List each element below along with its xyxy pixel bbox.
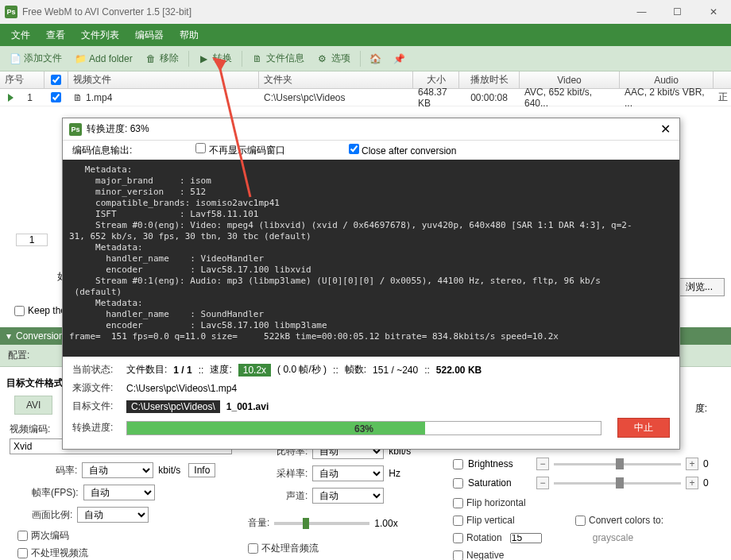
home-button[interactable]: 🏠 [366, 50, 386, 68]
channel-select[interactable]: 自动 [312, 488, 384, 504]
fps-label: 帧率(FPS): [32, 486, 79, 500]
saturation-checkbox[interactable] [453, 478, 463, 489]
col-duration[interactable]: 播放时长 [459, 71, 520, 88]
browse-button[interactable]: 浏览... [674, 278, 725, 296]
window-title: Free WebM to AVI Converter 1.5 [32-bit] [22, 6, 191, 17]
rotation-input[interactable] [510, 533, 542, 543]
brightness-checkbox[interactable] [453, 459, 463, 469]
app-icon: Ps [5, 6, 17, 18]
video-encode-label: 视频编码: [10, 423, 50, 436]
progress-percent: 63% [354, 422, 373, 436]
flip-h-checkbox[interactable] [453, 498, 463, 508]
samplerate-select[interactable]: 自动 [312, 465, 384, 481]
info-icon: 🗎 [252, 53, 263, 64]
plus-button[interactable]: + [686, 477, 698, 489]
row-size: 648.37 KB [413, 89, 459, 106]
aspect-label: 画面比例: [32, 508, 72, 522]
remove-icon: 🗑 [145, 53, 157, 64]
config-label: 配置: [8, 349, 29, 362]
dialog-titlebar: Ps 转换进度: 63% ✕ [63, 118, 679, 141]
home-icon: 🏠 [370, 53, 381, 64]
add-folder-button[interactable]: 📁Add folder [70, 50, 137, 68]
add-file-button[interactable]: 📄添加文件 [5, 48, 67, 68]
plus-button[interactable]: + [686, 458, 698, 470]
col-video-file[interactable]: 视频文件 [68, 71, 259, 88]
no-show-checkbox-row[interactable]: 不再显示编码窗口 [195, 143, 284, 157]
close-after-checkbox-row[interactable]: Close after conversion [349, 144, 457, 156]
dialog-title: 转换进度: 63% [87, 122, 149, 136]
menu-encoder[interactable]: 编码器 [127, 24, 172, 46]
row-audio: AAC, 2 kbit/s VBR, ... [620, 89, 714, 106]
pin-button[interactable]: 📌 [389, 50, 410, 68]
play-icon: ▶ [199, 53, 210, 64]
col-folder[interactable]: 文件夹 [259, 71, 413, 88]
volume-slider[interactable] [274, 522, 369, 525]
minus-button[interactable]: − [536, 477, 549, 489]
target-file-label: 目标文件: [72, 400, 120, 413]
encode-output-label: 编码信息输出: [72, 144, 132, 157]
fps-select[interactable]: 自动 [83, 485, 155, 500]
frame-count: 151 / ~240 [373, 365, 418, 376]
maximize-button[interactable]: ☐ [659, 0, 695, 24]
keep-checkbox-row[interactable]: Keep the [14, 305, 66, 316]
minus-button[interactable]: − [536, 458, 549, 470]
menu-view[interactable]: 查看 [38, 24, 73, 46]
two-pass-checkbox[interactable] [17, 531, 28, 541]
no-video-checkbox[interactable] [17, 548, 28, 558]
bitrate-select[interactable]: 自动 [82, 462, 153, 478]
avi-tab[interactable]: AVI [14, 396, 52, 415]
file-table-header: 序号 视频文件 文件夹 大小 播放时长 Video Audio [0, 71, 731, 89]
output-size: 522.00 KB [436, 365, 482, 376]
row-seq: 1 [16, 89, 44, 106]
row-end: 正 [714, 89, 729, 106]
source-file-path: C:\Users\pc\Videos\1.mp4 [126, 383, 237, 394]
info-button[interactable]: Info [188, 463, 215, 477]
bitrate-label: 码率: [56, 464, 77, 477]
col-check[interactable] [44, 71, 68, 88]
menu-file-list[interactable]: 文件列表 [73, 24, 127, 46]
rotation-checkbox[interactable] [453, 533, 463, 543]
options-button[interactable]: ⚙选项 [312, 48, 355, 68]
menu-help[interactable]: 帮助 [172, 24, 207, 46]
minimize-button[interactable]: — [624, 0, 659, 24]
row-play-icon [8, 94, 14, 102]
add-folder-icon: 📁 [75, 53, 86, 64]
encode-console: Metadata: major_brand : isom minor_versi… [63, 160, 679, 357]
saturation-slider[interactable] [554, 482, 681, 485]
row-duration: 00:00:08 [459, 89, 520, 106]
index-cell: 1 [16, 234, 48, 246]
row-check[interactable] [51, 92, 61, 102]
conversion-progress-dialog: Ps 转换进度: 63% ✕ 编码信息输出: 不再显示编码窗口 Close af… [62, 118, 680, 450]
check-all[interactable] [51, 75, 61, 85]
col-seq[interactable]: 序号 [0, 71, 44, 88]
remove-button[interactable]: 🗑移除 [141, 48, 184, 68]
menu-bar: 文件 查看 文件列表 编码器 帮助 [0, 24, 731, 46]
deg-label: 度: [695, 402, 707, 415]
flip-v-checkbox[interactable] [453, 516, 463, 526]
table-row[interactable]: 1 🗎1.mp4 C:\Users\pc\Videos 648.37 KB 00… [0, 89, 731, 106]
close-button[interactable]: ✕ [695, 0, 731, 24]
target-dir: C:\Users\pc\Videos\ [126, 400, 220, 413]
row-file: 🗎1.mp4 [68, 89, 259, 106]
pin-icon: 📌 [394, 53, 405, 64]
progress-bar: 63% [126, 421, 601, 435]
file-count: 1 / 1 [173, 365, 191, 376]
speed-value: 10.2x [238, 364, 271, 377]
stop-button[interactable]: 中止 [617, 418, 670, 438]
brightness-slider[interactable] [554, 463, 681, 465]
convert-button[interactable]: ▶转换 [194, 48, 237, 68]
dialog-close-button[interactable]: ✕ [657, 122, 673, 137]
file-icon: 🗎 [73, 92, 83, 103]
menu-file[interactable]: 文件 [3, 24, 38, 46]
row-video: AVC, 652 kbit/s, 640... [520, 89, 620, 106]
aspect-select[interactable]: 自动 [77, 507, 149, 523]
file-info-button[interactable]: 🗎文件信息 [247, 48, 309, 68]
no-audio-checkbox[interactable] [248, 543, 258, 554]
target-filename: 1_001.avi [226, 401, 269, 412]
row-folder: C:\Users\pc\Videos [259, 89, 413, 106]
negative-checkbox[interactable] [453, 550, 463, 561]
convert-colors-checkbox[interactable] [575, 516, 586, 526]
channel-label: 声道: [286, 489, 307, 503]
add-file-icon: 📄 [10, 53, 21, 64]
samplerate-label: 采样率: [277, 467, 307, 481]
